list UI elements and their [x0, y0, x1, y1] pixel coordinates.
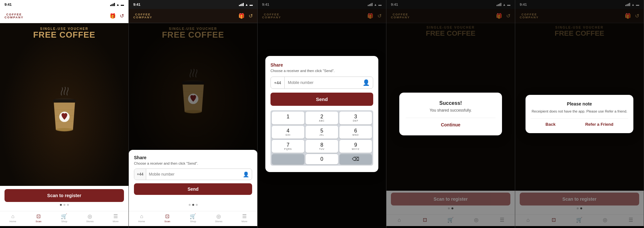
shop-label-2: Shop [190, 220, 196, 223]
bottom-area-1: Scan to register [0, 186, 128, 211]
tab-shop-1[interactable]: 🛒 Shop [52, 213, 77, 223]
dots-1 [5, 204, 124, 206]
coffee-cup-2 [129, 39, 257, 150]
panel-2: 9:41 ▲ ▬ COFFEE COMPANY 🎁 ↺ SINGLE-USE V… [129, 0, 258, 228]
more-label-2: More [242, 220, 247, 223]
voucher-area-1: SINGLE-USE VOUCHER FREE COFFEE [0, 23, 128, 186]
coffee-cup-1 [0, 39, 128, 186]
modal-share-sub-3: Choose a receiver and then click "Send". [270, 69, 373, 73]
panel-5: 9:41 ▲ ▬ COFFEE COMPANY 🎁 ↺ SINGLE-USE V… [515, 0, 644, 228]
num-8[interactable]: 8TUV [306, 140, 338, 153]
svg-rect-8 [182, 81, 204, 84]
modal-contact-icon-3[interactable]: 👤 [359, 79, 373, 86]
modal-overlay-5: Please note Receipient does not have the… [515, 0, 644, 228]
note-actions-5: Back Refer a Friend [531, 122, 628, 127]
modal-box-3: Share Choose a receiver and then click "… [265, 56, 378, 172]
coffee-cup-svg-2 [172, 69, 214, 120]
gift-icon-2[interactable]: 🎁 [238, 13, 245, 19]
tab-bar-1: ⌂ Home ⊡ Scan 🛒 Shop ◎ Stores ☰ More [0, 211, 128, 226]
status-time-2: 9:41 [133, 3, 140, 6]
modal-phone-row-3: +44 👤 [270, 77, 373, 89]
stores-label-2: Stores [215, 220, 223, 223]
dot-1-3 [67, 204, 69, 206]
numpad-row-2: 4GHI 5JKL 6MNO [272, 126, 372, 139]
home-indicator-1 [39, 227, 90, 228]
phone-input-row-2: +44 👤 [134, 169, 252, 180]
modal-overlay-4: Success! You shared successfully. Contin… [386, 0, 515, 228]
tab-home-1[interactable]: ⌂ Home [0, 214, 26, 223]
num-6[interactable]: 6MNO [339, 126, 372, 139]
tab-home-2[interactable]: ⌂Home [129, 214, 155, 223]
svg-rect-1 [53, 99, 76, 102]
continue-btn-4[interactable]: Continue [441, 122, 460, 127]
shop-icon-1: 🛒 [61, 213, 67, 219]
panel-1: 9:41 ▲ ▬ COFFEE COMPANY 🎁 ↺ SINGLE-USE V… [0, 0, 129, 228]
signal-icon-2 [239, 3, 244, 6]
history-icon-1[interactable]: ↺ [120, 13, 124, 19]
home-indicator-2 [167, 227, 219, 228]
note-divider-5 [531, 118, 628, 119]
tab-stores-2[interactable]: ◎Stores [206, 213, 232, 223]
success-divider-4 [406, 118, 496, 118]
svg-point-6 [56, 128, 73, 132]
num-0[interactable]: 0 [306, 154, 338, 164]
num-7[interactable]: 7PQRS [272, 140, 304, 153]
history-icon-2[interactable]: ↺ [249, 13, 253, 19]
stores-icon-1: ◎ [88, 213, 92, 219]
coffee-cup-svg-1 [43, 87, 85, 138]
num-5[interactable]: 5JKL [306, 126, 338, 139]
modal-phone-field-3[interactable] [285, 80, 359, 85]
scan-icon-2: ⊡ [165, 213, 169, 219]
more-icon-2: ☰ [242, 213, 247, 219]
numpad-3: 1 2ABC 3DEF 4GHI 5JKL 6MNO 7PQRS 8TUV 9W… [270, 110, 373, 166]
numpad-row-1: 1 2ABC 3DEF [272, 112, 372, 124]
share-sheet-2: Share Choose a receiver and then click "… [129, 150, 257, 200]
num-9[interactable]: 9WXYZ [339, 140, 372, 153]
gift-icon-1[interactable]: 🎁 [109, 13, 116, 19]
stores-icon-2: ◎ [216, 213, 221, 219]
num-1[interactable]: 1 [272, 112, 304, 124]
scan-to-register-btn-1[interactable]: Scan to register [5, 189, 124, 202]
shop-label-1: Shop [61, 220, 67, 223]
contact-icon-2[interactable]: 👤 [240, 171, 252, 178]
num-3[interactable]: 3DEF [339, 112, 372, 124]
voucher-text-1: SINGLE-USE VOUCHER FREE COFFEE [33, 27, 95, 39]
tab-scan-1[interactable]: ⊡ Scan [26, 213, 52, 223]
modal-share-title-3: Share [270, 62, 373, 68]
coffee-logo-2: COFFEE COMPANY [133, 13, 152, 19]
tab-scan-2[interactable]: ⊡Scan [155, 213, 180, 223]
signal-icon-1 [110, 3, 115, 6]
more-label-1: More [113, 220, 118, 223]
send-btn-2[interactable]: Send [134, 183, 252, 195]
modal-send-btn-3[interactable]: Send [270, 93, 373, 106]
num-delete[interactable]: ⌫ [339, 154, 372, 164]
scan-label-1: Scan [36, 220, 42, 223]
home-label-1: Home [9, 220, 16, 223]
refer-btn-5[interactable]: Refer a Friend [585, 122, 613, 127]
num-4[interactable]: 4GHI [272, 126, 304, 139]
tab-more-1[interactable]: ☰ More [103, 213, 128, 223]
panel-3: 9:41 ▲ ▬ COFFEE COMPANY 🎁 ↺ Share Choose… [258, 0, 386, 228]
scan-label-2: Scan [165, 220, 170, 223]
wifi-icon-1: ▲ [116, 3, 119, 6]
dot-2-3 [196, 204, 198, 206]
tab-shop-2[interactable]: 🛒Shop [180, 213, 206, 223]
back-btn-5[interactable]: Back [545, 122, 555, 127]
status-icons-2: ▲ ▬ [239, 3, 253, 6]
tab-more-2[interactable]: ☰More [232, 213, 257, 223]
dots-2 [133, 204, 253, 206]
nav-icons-1: 🎁 ↺ [109, 13, 124, 19]
tab-bar-2: ⌂Home ⊡Scan 🛒Shop ◎Stores ☰More [129, 211, 257, 226]
top-nav-2: COFFEE COMPANY 🎁 ↺ [129, 9, 257, 23]
modal-country-3: +44 [271, 77, 285, 88]
voucher-text-2: SINGLE-USE VOUCHER FREE COFFEE [162, 27, 224, 39]
phone-field-2[interactable] [146, 172, 240, 177]
tab-stores-1[interactable]: ◎ Stores [77, 213, 103, 223]
status-time-1: 9:41 [5, 3, 12, 6]
note-modal-5: Please note Receipient does not have the… [526, 95, 633, 133]
success-sub-4: You shared successfully. [406, 108, 496, 113]
voucher-title-1: FREE COFFEE [33, 31, 95, 39]
home-icon-1: ⌂ [11, 214, 14, 219]
logo-bottom-1: COMPANY [5, 16, 24, 19]
num-2[interactable]: 2ABC [306, 112, 338, 124]
